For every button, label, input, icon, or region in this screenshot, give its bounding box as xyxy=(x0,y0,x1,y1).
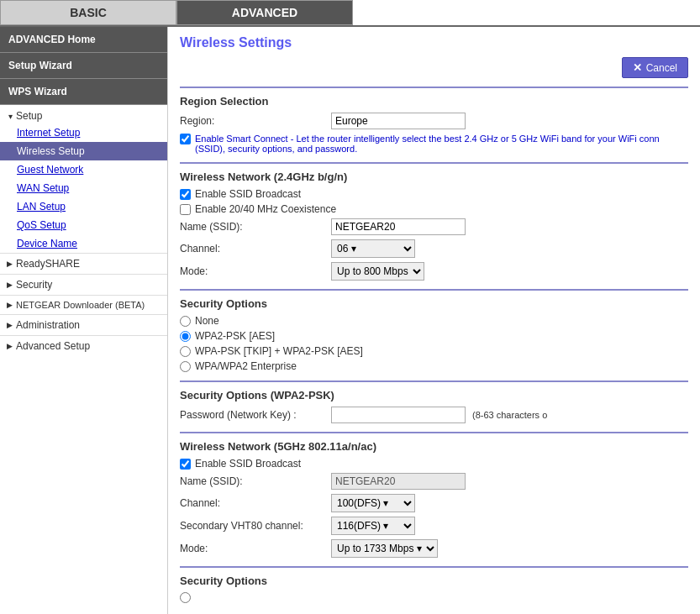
sidebar-item-wan-setup[interactable]: WAN Setup xyxy=(0,179,167,197)
region-label: Region: xyxy=(180,115,331,127)
ssid-24-input[interactable] xyxy=(331,218,466,235)
secondary-vht80-label: Secondary VHT80 channel: xyxy=(180,520,331,532)
sidebar-item-lan-setup[interactable]: LAN Setup xyxy=(0,197,167,216)
sidebar: ADVANCED Home Setup Wizard WPS Wizard ▾ … xyxy=(0,27,168,614)
security-none-row: None xyxy=(180,315,688,327)
security-wpa-tkip-row: WPA-PSK [TKIP] + WPA2-PSK [AES] xyxy=(180,345,688,357)
secondary-vht80-row: Secondary VHT80 channel: 116(DFS) ▾ xyxy=(180,517,688,535)
ssid-5g-row: Name (SSID): xyxy=(180,473,688,490)
enable-ssid-5g-label: Enable SSID Broadcast xyxy=(195,458,301,470)
sidebar-group-setup[interactable]: ▾ Setup xyxy=(0,105,167,123)
mode-5g-label: Mode: xyxy=(180,543,331,554)
ssid-24-label: Name (SSID): xyxy=(180,221,331,233)
mode-5g-row: Mode: Up to 1733 Mbps ▾ xyxy=(180,539,688,558)
cancel-button[interactable]: ✕ Cancel xyxy=(622,57,688,78)
security-options-divider xyxy=(180,289,688,291)
secondary-vht80-select[interactable]: 116(DFS) ▾ xyxy=(331,517,415,535)
wireless-24-divider xyxy=(180,162,688,164)
password-hint: (8-63 characters o xyxy=(472,410,547,420)
smart-connect-row: Enable Smart Connect - Let the router in… xyxy=(180,134,688,154)
sidebar-item-internet-setup[interactable]: Internet Setup xyxy=(0,123,167,142)
main-layout: ADVANCED Home Setup Wizard WPS Wizard ▾ … xyxy=(0,27,700,614)
enable-ssid-24-checkbox[interactable] xyxy=(180,189,191,200)
readyshare-arrow-icon: ▶ xyxy=(7,260,13,268)
mode-5g-select[interactable]: Up to 1733 Mbps ▾ xyxy=(331,539,438,558)
setup-arrow-icon: ▾ xyxy=(8,112,13,121)
region-divider xyxy=(180,87,688,88)
sidebar-setup-wizard[interactable]: Setup Wizard xyxy=(0,53,167,79)
region-input[interactable] xyxy=(331,113,466,129)
sidebar-wps-wizard[interactable]: WPS Wizard xyxy=(0,79,167,105)
sidebar-group-readyshare[interactable]: ▶ ReadySHARE xyxy=(0,253,167,274)
channel-5g-label: Channel: xyxy=(180,497,331,509)
password-input[interactable] xyxy=(331,407,466,423)
wireless-5g-title: Wireless Network (5GHz 802.11a/n/ac) xyxy=(180,440,688,453)
security-wpa2-title: Security Options (WPA2-PSK) xyxy=(180,389,688,401)
enable-ssid-24-label: Enable SSID Broadcast xyxy=(195,188,301,200)
ssid-24-row: Name (SSID): xyxy=(180,218,688,235)
coexistence-checkbox[interactable] xyxy=(180,204,191,215)
password-input-row: (8-63 characters o xyxy=(331,407,547,423)
sidebar-group-netgear-downloader[interactable]: ▶ NETGEAR Downloader (BETA) xyxy=(0,295,167,314)
channel-24-select[interactable]: 06 ▾ xyxy=(331,239,415,258)
security-options-title: Security Options xyxy=(180,297,688,310)
wireless-24-title: Wireless Network (2.4GHz b/g/n) xyxy=(180,171,688,183)
security-none-radio[interactable] xyxy=(180,316,191,327)
mode-24-row: Mode: Up to 800 Mbps xyxy=(180,262,688,281)
channel-5g-select[interactable]: 100(DFS) ▾ xyxy=(331,494,415,512)
sidebar-group-security[interactable]: ▶ Security xyxy=(0,274,167,295)
sidebar-item-guest-network[interactable]: Guest Network xyxy=(0,160,167,179)
security-wpa2-row: WPA2-PSK [AES] xyxy=(180,330,688,342)
security-enterprise-radio[interactable] xyxy=(180,361,191,372)
channel-24-row: Channel: 06 ▾ xyxy=(180,239,688,258)
tab-basic[interactable]: BASIC xyxy=(0,0,176,25)
security-wpa-tkip-label: WPA-PSK [TKIP] + WPA2-PSK [AES] xyxy=(195,345,363,357)
sidebar-item-qos-setup[interactable]: QoS Setup xyxy=(0,216,167,234)
security-arrow-icon: ▶ xyxy=(7,281,13,289)
enable-ssid-5g-checkbox[interactable] xyxy=(180,459,191,470)
administration-arrow-icon: ▶ xyxy=(7,321,13,329)
page-title: Wireless Settings xyxy=(180,35,688,50)
sidebar-item-wireless-setup[interactable]: Wireless Setup xyxy=(0,142,167,160)
sidebar-group-advanced-setup[interactable]: ▶ Advanced Setup xyxy=(0,335,167,356)
security-wpa-tkip-radio[interactable] xyxy=(180,346,191,357)
security-enterprise-row: WPA/WPA2 Enterprise xyxy=(180,360,688,372)
ssid-5g-input[interactable] xyxy=(331,473,466,490)
security-5g-divider xyxy=(180,566,688,568)
security-5g-title: Security Options xyxy=(180,575,688,587)
netgear-downloader-arrow-icon: ▶ xyxy=(7,301,13,309)
region-row: Region: xyxy=(180,113,688,129)
cancel-bar: ✕ Cancel xyxy=(180,57,688,78)
region-section-title: Region Selection xyxy=(180,95,688,108)
security-enterprise-label: WPA/WPA2 Enterprise xyxy=(195,360,297,372)
security-5g-placeholder xyxy=(180,592,688,603)
sidebar-advanced-home[interactable]: ADVANCED Home xyxy=(0,27,167,53)
security-wpa2-radio[interactable] xyxy=(180,331,191,342)
mode-24-select[interactable]: Up to 800 Mbps xyxy=(331,262,424,281)
sidebar-item-device-name[interactable]: Device Name xyxy=(0,234,167,253)
channel-5g-row: Channel: 100(DFS) ▾ xyxy=(180,494,688,512)
wireless-5g-divider xyxy=(180,432,688,433)
smart-connect-text: Enable Smart Connect - Let the router in… xyxy=(195,134,688,154)
content-area: Wireless Settings ✕ Cancel Region Select… xyxy=(168,27,700,614)
security-none-label: None xyxy=(195,315,219,327)
security-5g-radio[interactable] xyxy=(180,592,191,603)
enable-ssid-24-row: Enable SSID Broadcast xyxy=(180,188,688,200)
channel-24-label: Channel: xyxy=(180,243,331,255)
smart-connect-checkbox[interactable] xyxy=(180,134,191,144)
password-label: Password (Network Key) : xyxy=(180,409,331,421)
tab-bar: BASIC ADVANCED xyxy=(0,0,700,27)
advanced-setup-arrow-icon: ▶ xyxy=(7,342,13,350)
coexistence-label: Enable 20/40 MHz Coexistence xyxy=(195,203,336,215)
sidebar-group-administration[interactable]: ▶ Administration xyxy=(0,314,167,335)
coexistence-row: Enable 20/40 MHz Coexistence xyxy=(180,203,688,215)
ssid-5g-label: Name (SSID): xyxy=(180,475,331,487)
mode-24-label: Mode: xyxy=(180,265,331,277)
enable-ssid-5g-row: Enable SSID Broadcast xyxy=(180,458,688,470)
password-row: Password (Network Key) : (8-63 character… xyxy=(180,407,688,423)
security-wpa2-label: WPA2-PSK [AES] xyxy=(195,330,275,342)
tab-advanced[interactable]: ADVANCED xyxy=(176,0,353,25)
x-icon: ✕ xyxy=(633,61,642,74)
security-wpa2-divider xyxy=(180,380,688,382)
